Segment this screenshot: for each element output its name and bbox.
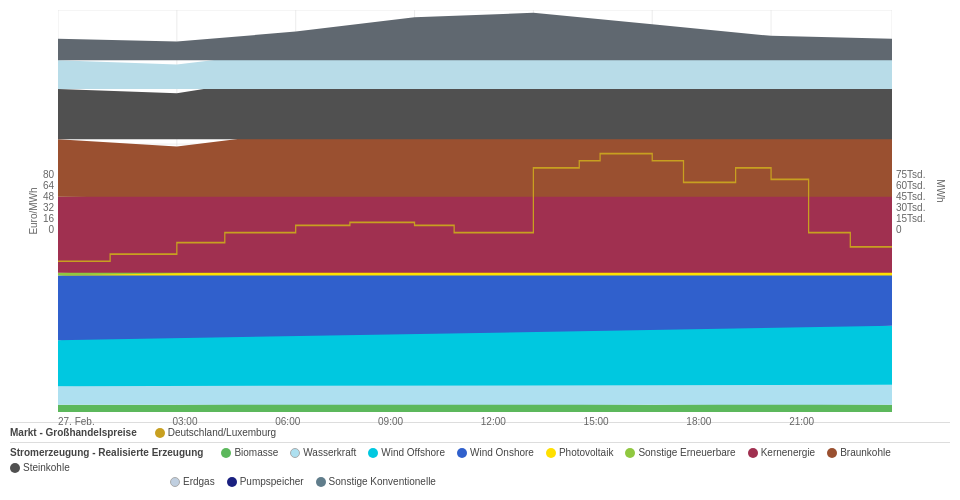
y-tick-80: 80: [43, 169, 54, 180]
x-tick-03: 03:00: [172, 416, 197, 427]
x-tick-27feb: 27. Feb.: [58, 416, 95, 427]
y-right-tick-0: 0: [896, 224, 902, 235]
y-right-tick-60: 60Tsd.: [896, 180, 925, 191]
area-dark-top: [58, 13, 892, 60]
chart-area: Euro/MWh 80 64 48 32 16 0: [10, 10, 950, 412]
legend-label-deutschland: Deutschland/Luxemburg: [168, 427, 276, 438]
legend-item-biomasse: Biomasse: [221, 447, 278, 458]
x-tick-12: 12:00: [481, 416, 506, 427]
legend-row-3: Erdgas Pumpspeicher Sonstige Konventione…: [10, 476, 950, 487]
legend-row-1: Markt - Großhandelspreise Deutschland/Lu…: [10, 427, 950, 438]
legend-item-kernenergie: Kernenergie: [748, 447, 815, 458]
y-tick-16: 16: [43, 213, 54, 224]
legend-label-erdgas: Erdgas: [183, 476, 215, 487]
legend-dot-sonstige-erneuerbare: [625, 448, 635, 458]
legend-dot-braunkohle: [827, 448, 837, 458]
legend-item-erdgas: Erdgas: [170, 476, 215, 487]
legend-dot-deutschland: [155, 428, 165, 438]
y-axis-right-label: MWh: [935, 179, 946, 202]
chart-svg: [58, 10, 892, 412]
legend-label-kernenergie: Kernenergie: [761, 447, 815, 458]
legend-label-wind-offshore: Wind Offshore: [381, 447, 445, 458]
legend-label-braunkohle: Braunkohle: [840, 447, 891, 458]
y-axis-left-label: Euro/MWh: [28, 187, 39, 234]
legend-dot-wind-onshore: [457, 448, 467, 458]
y-tick-64: 64: [43, 180, 54, 191]
x-tick-21: 21:00: [789, 416, 814, 427]
legend-row-2: Stromerzeugung - Realisierte Erzeugung B…: [10, 447, 950, 473]
legend-section: Markt - Großhandelspreise Deutschland/Lu…: [10, 418, 950, 490]
legend-label-wind-onshore: Wind Onshore: [470, 447, 534, 458]
legend-item-photovoltaik: Photovoltaik: [546, 447, 613, 458]
y-right-tick-15: 15Tsd.: [896, 213, 925, 224]
y-tick-32: 32: [43, 202, 54, 213]
legend-dot-kernenergie: [748, 448, 758, 458]
legend-title-2: Stromerzeugung - Realisierte Erzeugung: [10, 447, 203, 458]
y-right-tick-30: 30Tsd.: [896, 202, 925, 213]
x-tick-06: 06:00: [275, 416, 300, 427]
legend-title-1: Markt - Großhandelspreise: [10, 427, 137, 438]
y-tick-48: 48: [43, 191, 54, 202]
legend-item-sonstige-erneuerbare: Sonstige Erneuerbare: [625, 447, 735, 458]
main-chart: 27. Feb. 03:00 06:00 09:00 12:00 15:00 1…: [58, 10, 892, 412]
legend-dot-erdgas: [170, 477, 180, 487]
legend-dot-sonstige-konventionelle: [316, 477, 326, 487]
legend-item-braunkohle: Braunkohle: [827, 447, 891, 458]
legend-item-wind-onshore: Wind Onshore: [457, 447, 534, 458]
x-tick-18: 18:00: [686, 416, 711, 427]
legend-item-sonstige-konventionelle: Sonstige Konventionelle: [316, 476, 436, 487]
legend-dot-steinkohle: [10, 463, 20, 473]
x-tick-09: 09:00: [378, 416, 403, 427]
legend-label-sonstige-konventionelle: Sonstige Konventionelle: [329, 476, 436, 487]
legend-item-deutschland: Deutschland/Luxemburg: [155, 427, 276, 438]
legend-dot-wasserkraft: [290, 448, 300, 458]
x-axis: 27. Feb. 03:00 06:00 09:00 12:00 15:00 1…: [58, 416, 892, 427]
y-right-tick-45: 45Tsd.: [896, 191, 925, 202]
legend-label-pumpspeicher: Pumpspeicher: [240, 476, 304, 487]
legend-label-wasserkraft: Wasserkraft: [303, 447, 356, 458]
legend-item-wind-offshore: Wind Offshore: [368, 447, 445, 458]
legend-label-biomasse: Biomasse: [234, 447, 278, 458]
x-tick-15: 15:00: [584, 416, 609, 427]
legend-item-pumpspeicher: Pumpspeicher: [227, 476, 304, 487]
legend-item-steinkohle: Steinkohle: [10, 462, 70, 473]
chart-container: Euro/MWh 80 64 48 32 16 0: [0, 0, 960, 500]
legend-label-photovoltaik: Photovoltaik: [559, 447, 613, 458]
legend-dot-biomasse: [221, 448, 231, 458]
legend-label-steinkohle: Steinkohle: [23, 462, 70, 473]
legend-label-sonstige-erneuerbare: Sonstige Erneuerbare: [638, 447, 735, 458]
legend-item-wasserkraft: Wasserkraft: [290, 447, 356, 458]
legend-dot-pumpspeicher: [227, 477, 237, 487]
y-right-tick-75: 75Tsd.: [896, 169, 925, 180]
legend-dot-photovoltaik: [546, 448, 556, 458]
y-tick-0: 0: [48, 224, 54, 235]
legend-dot-wind-offshore: [368, 448, 378, 458]
